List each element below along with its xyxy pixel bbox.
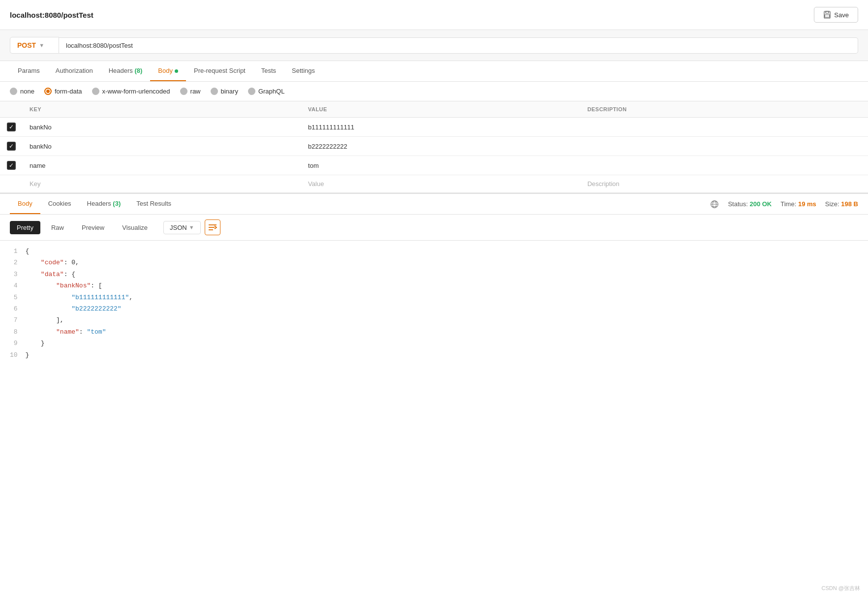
tab-authorization[interactable]: Authorization bbox=[48, 61, 101, 81]
save-icon bbox=[823, 11, 831, 19]
tab-headers[interactable]: Headers (8) bbox=[101, 61, 151, 81]
row1-value[interactable]: b111111111111 bbox=[301, 118, 581, 137]
row2-description[interactable] bbox=[581, 137, 868, 156]
tab-settings[interactable]: Settings bbox=[284, 61, 323, 81]
resp-format-visualize[interactable]: Visualize bbox=[115, 221, 155, 234]
resp-tab-body[interactable]: Body bbox=[10, 194, 40, 214]
table-row: ✓ bankNo b2222222222 bbox=[0, 137, 868, 156]
tab-params[interactable]: Params bbox=[10, 61, 48, 81]
table-row: ✓ name tom bbox=[0, 156, 868, 175]
radio-raw-icon bbox=[180, 88, 187, 95]
response-section: Body Cookies Headers (3) Test Results St… bbox=[0, 193, 868, 366]
url-bar: POST ▼ bbox=[0, 30, 868, 61]
row1-description[interactable] bbox=[581, 118, 868, 137]
json-format-select[interactable]: JSON ▼ bbox=[163, 221, 201, 234]
row3-checkbox[interactable]: ✓ bbox=[7, 161, 16, 170]
col-header-description: DESCRIPTION bbox=[581, 101, 868, 118]
tab-pre-request[interactable]: Pre-request Script bbox=[186, 61, 253, 81]
tab-body[interactable]: Body bbox=[150, 61, 186, 81]
format-label: JSON bbox=[170, 224, 187, 231]
globe-icon bbox=[710, 200, 719, 209]
tab-tests[interactable]: Tests bbox=[253, 61, 284, 81]
radio-graphql-icon bbox=[248, 88, 255, 95]
line-numbers: 1 2 3 4 5 6 7 8 9 10 bbox=[0, 246, 26, 361]
row3-description[interactable] bbox=[581, 156, 868, 175]
json-code-view: 1 2 3 4 5 6 7 8 9 10 { "code": 0, "data"… bbox=[0, 241, 868, 366]
footer-text: CSDN @张吉林 bbox=[822, 585, 860, 591]
footer: CSDN @张吉林 bbox=[814, 583, 868, 594]
radio-raw[interactable]: raw bbox=[180, 88, 201, 95]
placeholder-value[interactable]: Value bbox=[301, 175, 581, 193]
resp-format-pretty[interactable]: Pretty bbox=[10, 221, 40, 234]
status-label: Status: 200 OK bbox=[728, 200, 772, 208]
col-header-key: KEY bbox=[23, 101, 301, 118]
col-header-check bbox=[0, 101, 23, 118]
url-input[interactable] bbox=[59, 37, 858, 54]
page-title: localhost:8080/postTest bbox=[10, 11, 93, 19]
resp-format-raw[interactable]: Raw bbox=[44, 221, 71, 234]
format-chevron-icon: ▼ bbox=[189, 224, 194, 230]
save-button[interactable]: Save bbox=[814, 7, 858, 23]
request-tabs: Params Authorization Headers (8) Body Pr… bbox=[0, 61, 868, 82]
resp-tab-test-results[interactable]: Test Results bbox=[128, 194, 179, 214]
row1-key[interactable]: bankNo bbox=[23, 118, 301, 137]
status-value: 200 OK bbox=[749, 200, 772, 208]
radio-urlencoded[interactable]: x-www-form-urlencoded bbox=[92, 88, 170, 95]
col-header-value: VALUE bbox=[301, 101, 581, 118]
title-bar: localhost:8080/postTest Save bbox=[0, 0, 868, 30]
method-selector[interactable]: POST ▼ bbox=[10, 37, 59, 54]
response-toolbar: Pretty Raw Preview Visualize JSON ▼ bbox=[0, 215, 868, 241]
resp-tab-headers[interactable]: Headers (3) bbox=[79, 194, 129, 214]
resp-format-preview[interactable]: Preview bbox=[75, 221, 111, 234]
row2-value[interactable]: b2222222222 bbox=[301, 137, 581, 156]
body-type-row: none form-data x-www-form-urlencoded raw… bbox=[0, 82, 868, 101]
radio-none[interactable]: none bbox=[10, 88, 34, 95]
svg-rect-2 bbox=[825, 15, 830, 17]
response-tab-list: Body Cookies Headers (3) Test Results bbox=[10, 194, 179, 214]
radio-binary-icon bbox=[211, 88, 218, 95]
placeholder-key[interactable]: Key bbox=[23, 175, 301, 193]
time-label: Time: 19 ms bbox=[780, 200, 816, 208]
size-value: 198 B bbox=[841, 200, 858, 208]
svg-rect-1 bbox=[826, 11, 829, 13]
radio-form-data-icon bbox=[44, 88, 52, 95]
row3-key[interactable]: name bbox=[23, 156, 301, 175]
json-body: { "code": 0, "data": { "bankNos": [ "b11… bbox=[26, 246, 868, 361]
radio-none-icon bbox=[10, 88, 17, 95]
status-bar: Status: 200 OK Time: 19 ms Size: 198 B bbox=[710, 200, 858, 209]
table-row: ✓ bankNo b111111111111 bbox=[0, 118, 868, 137]
time-value: 19 ms bbox=[798, 200, 816, 208]
table-row-placeholder: Key Value Description bbox=[0, 175, 868, 193]
resp-tab-cookies[interactable]: Cookies bbox=[40, 194, 79, 214]
radio-urlencoded-icon bbox=[92, 88, 99, 95]
size-label: Size: 198 B bbox=[825, 200, 858, 208]
wrap-icon bbox=[208, 223, 217, 231]
method-chevron-icon: ▼ bbox=[39, 42, 44, 48]
row3-value[interactable]: tom bbox=[301, 156, 581, 175]
response-tabs-bar: Body Cookies Headers (3) Test Results St… bbox=[0, 194, 868, 215]
wrap-button[interactable] bbox=[205, 219, 220, 235]
radio-form-data[interactable]: form-data bbox=[44, 88, 82, 95]
row2-checkbox[interactable]: ✓ bbox=[7, 142, 16, 151]
radio-graphql[interactable]: GraphQL bbox=[248, 88, 284, 95]
row2-key[interactable]: bankNo bbox=[23, 137, 301, 156]
method-label: POST bbox=[17, 41, 36, 49]
radio-binary[interactable]: binary bbox=[211, 88, 238, 95]
params-table: KEY VALUE DESCRIPTION ✓ bankNo b11111111… bbox=[0, 101, 868, 193]
row1-checkbox[interactable]: ✓ bbox=[7, 123, 16, 131]
placeholder-description[interactable]: Description bbox=[581, 175, 868, 193]
